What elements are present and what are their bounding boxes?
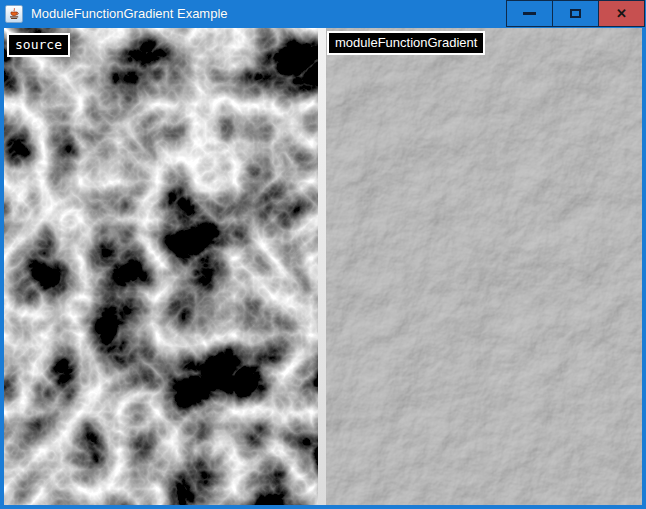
titlebar[interactable]: ModuleFunctionGradient Example ✕: [0, 0, 646, 28]
close-button[interactable]: ✕: [598, 0, 645, 27]
source-image-panel: source: [4, 28, 318, 505]
minimize-icon: [523, 12, 536, 15]
minimize-button[interactable]: [506, 0, 553, 27]
gradient-noise-image: [326, 28, 642, 505]
content-area: source moduleFunctionGradient: [4, 28, 642, 505]
window-title: ModuleFunctionGradient Example: [31, 0, 228, 28]
source-noise-image: [4, 28, 318, 505]
maximize-button[interactable]: [552, 0, 599, 27]
app-window: ModuleFunctionGradient Example ✕ source: [0, 0, 646, 509]
gradient-image-label: moduleFunctionGradient: [327, 31, 485, 55]
coffee-cup-glyph: [7, 7, 21, 21]
close-icon: ✕: [616, 7, 627, 20]
maximize-icon: [570, 9, 581, 18]
panel-gap: [318, 28, 326, 505]
window-controls: ✕: [506, 0, 646, 27]
java-coffee-cup-icon[interactable]: [5, 5, 23, 23]
gradient-image-panel: moduleFunctionGradient: [326, 28, 642, 505]
source-image-label: source: [7, 33, 70, 57]
